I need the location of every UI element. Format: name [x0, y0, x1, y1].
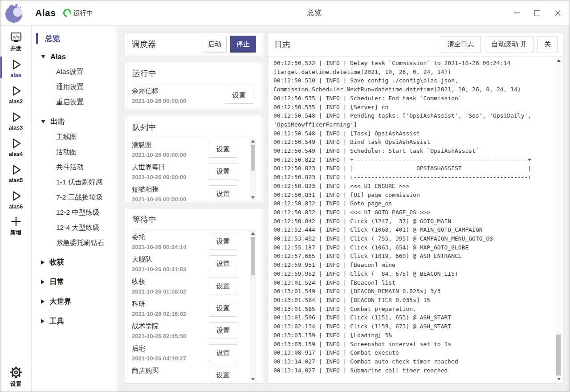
menu-item[interactable]: 活动图	[32, 144, 117, 159]
rail-item-label: 开发	[10, 45, 21, 53]
play-icon	[9, 84, 23, 98]
task-setting-button[interactable]: 设置	[209, 278, 237, 294]
rail-item-dev[interactable]: </>开发	[0, 29, 31, 55]
rail-item-label: alas6	[9, 204, 23, 210]
task-setting-button[interactable]: 设置	[209, 141, 237, 158]
running-spinner-icon	[62, 8, 72, 18]
scrollbar-thumb[interactable]	[556, 335, 561, 376]
task-setting-button[interactable]: 设置	[209, 255, 237, 272]
task-row: 委托2021-10-26 00:24:14设置	[132, 230, 247, 253]
main-area: 调度器 启动 停止 运行中余烬信标2021-10-26 00:00:00设置队列…	[117, 26, 570, 392]
scrollbar[interactable]	[250, 138, 256, 201]
log-panel: 日志 清空日志 自动滚动 开 关 00:12:50.522 | INFO | D…	[267, 32, 563, 384]
rail-item-alas[interactable]: alas	[0, 55, 31, 81]
task-setting-button[interactable]: 设置	[209, 367, 237, 383]
task-row: 潜艇图2021-10-26 00:00:00设置	[132, 138, 247, 160]
task-list: 委托2021-10-26 00:24:14设置大舰队2021-10-26 00:…	[132, 229, 256, 383]
app-body: </>开发alasalas2alas3alas4alas5alas6新增 设置 …	[0, 26, 570, 392]
menu-item[interactable]: 1-1 伏击刷好感	[32, 175, 117, 190]
rail-item-label: 设置	[10, 380, 21, 388]
menu-item[interactable]: 主线图	[32, 129, 117, 144]
scroll-down-icon[interactable]	[250, 376, 256, 382]
task-setting-button[interactable]: 设置	[225, 87, 253, 104]
menu-item[interactable]: 通用设置	[32, 79, 117, 94]
rail-item-alas3[interactable]: alas3	[0, 107, 31, 134]
scroll-up-icon[interactable]	[250, 138, 256, 144]
menu-group-combat[interactable]: 出击	[32, 114, 117, 129]
menu-group-label: 出击	[50, 117, 65, 127]
menu-group-tool[interactable]: 工具	[32, 314, 117, 329]
menu-group-label: 工具	[49, 316, 64, 326]
task-setting-button[interactable]: 设置	[209, 322, 237, 339]
menu-item[interactable]: 12-4 大型练级	[32, 220, 117, 235]
autoscroll-off-button[interactable]: 关	[537, 36, 558, 53]
maximize-icon	[534, 10, 540, 16]
chevron-right-icon	[41, 299, 45, 304]
rail-item-label: alas	[10, 72, 21, 78]
log-scrollbar[interactable]	[555, 57, 562, 382]
rail-item-settings[interactable]: 设置	[0, 361, 31, 392]
log-body: 00:12:50.522 | INFO | Delay task `Commis…	[268, 57, 563, 383]
menu-group-opsi[interactable]: 大世界	[32, 294, 117, 309]
task-row: 短猫相接2021-10-26 00:00:00设置	[132, 183, 247, 202]
menu-group-label: 大世界	[49, 297, 72, 306]
rail-item-alas2[interactable]: alas2	[0, 81, 31, 107]
rail-item-alas4[interactable]: alas4	[0, 134, 31, 160]
task-row: 大世界每日2021-10-26 00:00:00设置	[132, 160, 247, 183]
scroll-down-icon[interactable]	[250, 195, 256, 201]
menu-group-alas[interactable]: Alas	[32, 49, 117, 64]
chevron-right-icon	[41, 260, 45, 265]
rail-item-alas5[interactable]: alas5	[0, 160, 31, 186]
window-controls	[512, 0, 570, 25]
menu-group-reward[interactable]: 收获	[32, 255, 117, 270]
task-list: 余烬信标2021-10-26 00:00:00设置	[132, 83, 256, 110]
menu-item[interactable]: 7-2 三战捡垃圾	[32, 190, 117, 205]
menu-item[interactable]: 共斗活动	[32, 159, 117, 175]
task-row: 科研2021-10-26 02:16:02设置	[132, 297, 247, 319]
task-setting-button[interactable]: 设置	[209, 233, 237, 250]
maximize-button[interactable]	[533, 8, 542, 17]
section-title: 队列中	[132, 116, 256, 137]
task-list: 潜艇图2021-10-26 00:00:00设置大世界每日2021-10-26 …	[132, 137, 256, 202]
play-icon	[9, 163, 23, 176]
log-header: 日志 清空日志 自动滚动 开 关	[268, 33, 563, 57]
chevron-right-icon	[41, 319, 45, 323]
task-setting-button[interactable]: 设置	[209, 163, 237, 180]
scrollbar-thumb[interactable]	[251, 145, 255, 171]
clear-log-button[interactable]: 清空日志	[441, 36, 481, 53]
svg-text:</>: </>	[12, 35, 20, 39]
app-title: Alas	[35, 8, 56, 18]
task-setting-button[interactable]: 设置	[209, 344, 237, 361]
rail-item-label: alas2	[9, 98, 23, 105]
task-setting-button[interactable]: 设置	[209, 185, 237, 202]
scheduler-sections: 运行中余烬信标2021-10-26 00:00:00设置队列中潜艇图2021-1…	[125, 62, 263, 384]
scroll-up-icon[interactable]	[555, 57, 562, 64]
scrollbar-thumb[interactable]	[251, 237, 255, 275]
chevron-down-icon	[41, 55, 45, 58]
menu-item[interactable]: 紧急委托刷钻石	[32, 235, 117, 250]
menu-item[interactable]: 重启设置	[32, 94, 117, 110]
page-title: 总览	[117, 8, 512, 18]
menu-group-daily[interactable]: 日常	[32, 274, 117, 290]
plus-icon	[9, 215, 23, 228]
close-button[interactable]	[553, 8, 562, 17]
stop-button[interactable]: 停止	[230, 36, 256, 53]
menu-item-overview[interactable]: 总览	[32, 32, 117, 45]
autoscroll-on-button[interactable]: 自动滚动 开	[485, 36, 533, 53]
task-setting-button[interactable]: 设置	[209, 300, 237, 317]
section-pending: 队列中潜艇图2021-10-26 00:00:00设置大世界每日2021-10-…	[125, 116, 263, 202]
scroll-up-icon[interactable]	[250, 230, 256, 237]
menu-group-label: 日常	[49, 277, 64, 287]
menu-item[interactable]: Alas设置	[32, 64, 117, 79]
menu-groups: AlasAlas设置通用设置重启设置出击主线图活动图共斗活动1-1 伏击刷好感7…	[32, 49, 117, 329]
scheduler-header-card: 调度器 启动 停止	[125, 32, 263, 56]
rail-item-add[interactable]: 新增	[0, 212, 31, 239]
menu-item[interactable]: 12-2 中型练级	[32, 205, 117, 220]
start-button[interactable]: 启动	[203, 36, 227, 53]
rail-item-alas6[interactable]: alas6	[0, 186, 31, 212]
scrollbar[interactable]	[250, 230, 256, 382]
log-title: 日志	[274, 39, 290, 50]
scroll-down-icon[interactable]	[555, 376, 562, 382]
minimize-button[interactable]	[512, 8, 521, 17]
menu-group-label: 收获	[49, 257, 64, 267]
